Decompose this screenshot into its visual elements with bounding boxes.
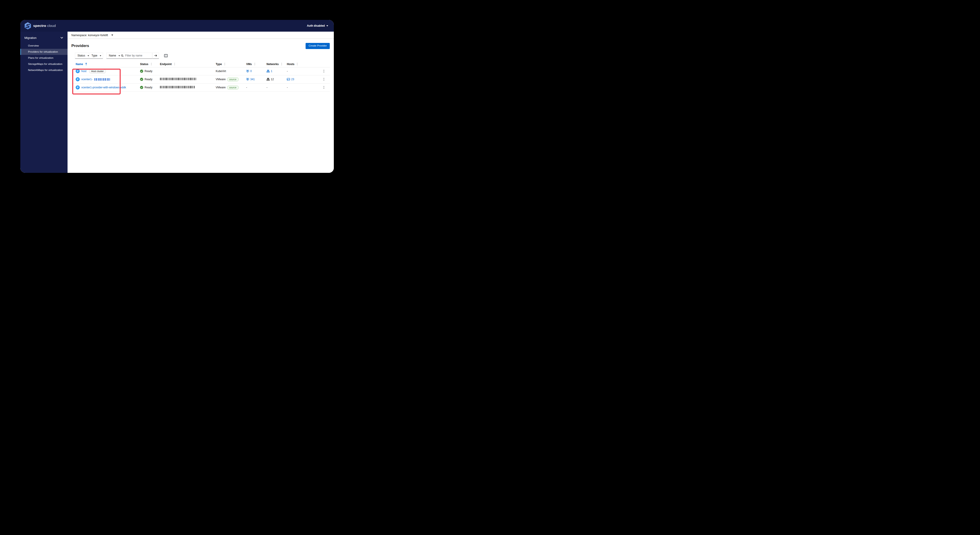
- sidebar-group-migration[interactable]: Migration: [20, 33, 68, 43]
- redacted-name-blur: [94, 78, 110, 81]
- sidebar-item-providers[interactable]: Providers for virtualization: [20, 49, 68, 55]
- page-title: Providers: [72, 44, 89, 48]
- sort-both-icon: [281, 62, 283, 65]
- network-icon: [267, 78, 270, 81]
- hosts-cell: -: [287, 70, 322, 73]
- apply-filter-button[interactable]: [152, 53, 159, 59]
- provider-name-link[interactable]: host: [81, 70, 86, 73]
- main-content: Namespace: konveyor-forklift Providers C…: [68, 32, 334, 173]
- namespace-label: Namespace: konveyor-forklift: [72, 33, 108, 37]
- provider-icon: P: [76, 69, 80, 73]
- create-provider-button[interactable]: Create Provider: [305, 43, 330, 49]
- namespace-selector[interactable]: Namespace: konveyor-forklift: [68, 32, 334, 39]
- brand-logo: spectro cloud: [24, 22, 56, 30]
- column-header-name[interactable]: Name: [72, 62, 140, 66]
- filter-toolbar: Status Type Name: [75, 53, 334, 59]
- manage-columns-button[interactable]: [164, 54, 168, 57]
- column-header-networks[interactable]: Networks: [267, 62, 287, 66]
- arrow-right-icon: [154, 54, 157, 57]
- chevron-down-icon: [326, 25, 328, 27]
- column-header-vms[interactable]: VMs: [246, 62, 267, 66]
- status-cell: Ready: [140, 86, 160, 89]
- vms-count-link[interactable]: 0: [246, 70, 267, 73]
- caret-down-icon: [88, 55, 89, 57]
- sidebar-item-overview[interactable]: Overview: [20, 43, 68, 49]
- app-window: spectro cloud Auth disabled Migration Ov…: [20, 20, 334, 173]
- source-badge: source: [227, 78, 239, 81]
- type-cell: VMware source: [216, 78, 246, 81]
- sort-both-icon: [150, 62, 152, 65]
- search-input[interactable]: [125, 54, 150, 57]
- source-badge: source: [227, 86, 239, 89]
- virtual-machine-icon: [246, 78, 249, 81]
- top-bar: spectro cloud Auth disabled: [20, 20, 334, 32]
- status-cell: Ready: [140, 78, 160, 81]
- networks-count: 12: [267, 78, 287, 81]
- redacted-endpoint-blur: [160, 86, 195, 88]
- brand-name: spectro cloud: [33, 24, 56, 28]
- networks-cell: -: [267, 86, 287, 89]
- column-header-status[interactable]: Status: [140, 62, 160, 66]
- status-cell: Ready: [140, 70, 160, 73]
- sidebar-item-storagemaps[interactable]: StorageMaps for virtualization: [20, 61, 68, 67]
- spectro-cloud-logo-icon: [24, 22, 31, 30]
- provider-icon: P: [76, 77, 80, 81]
- provider-icon: P: [76, 85, 80, 89]
- name-filter-dropdown[interactable]: Name: [107, 53, 119, 59]
- row-actions-kebab[interactable]: [322, 70, 326, 73]
- caret-down-icon: [100, 55, 101, 57]
- status-filter-dropdown[interactable]: Status: [75, 53, 89, 59]
- redacted-endpoint-blur: [160, 78, 196, 80]
- auth-menu[interactable]: Auth disabled: [307, 24, 328, 27]
- endpoint-cell: [160, 86, 216, 89]
- sort-ascending-icon: [85, 62, 87, 65]
- column-header-type[interactable]: Type: [216, 62, 246, 66]
- sort-both-icon: [224, 62, 226, 65]
- auth-label: Auth disabled: [307, 24, 325, 27]
- sidebar-item-plans[interactable]: Plans for virtualization: [20, 55, 68, 61]
- hosts-cell: -: [287, 86, 322, 89]
- provider-name-link[interactable]: vcenter1-provider-with-windows-vddk: [81, 86, 126, 89]
- column-header-hosts[interactable]: Hosts: [287, 62, 322, 66]
- caret-down-icon: [119, 55, 120, 57]
- row-actions-kebab[interactable]: [322, 86, 326, 89]
- provider-name-link[interactable]: vcenter1-: [81, 78, 92, 81]
- hosts-count-link[interactable]: 23: [287, 78, 322, 81]
- sort-both-icon: [174, 62, 175, 65]
- sort-both-icon: [296, 62, 298, 65]
- host-storage-icon: [287, 78, 290, 81]
- providers-table: Name Status Endpoint: [72, 62, 330, 92]
- check-circle-icon: [140, 86, 143, 89]
- caret-down-icon: [111, 35, 113, 37]
- vms-cell: -: [246, 86, 267, 89]
- sort-both-icon: [254, 62, 256, 65]
- type-cell: VMware source: [216, 86, 246, 89]
- virtual-machine-icon: [246, 70, 249, 73]
- sidebar-nav: Migration Overview Providers for virtual…: [20, 32, 68, 173]
- column-header-endpoint[interactable]: Endpoint: [160, 62, 216, 66]
- network-icon: [267, 70, 270, 73]
- check-circle-icon: [140, 78, 143, 81]
- search-icon: [121, 54, 124, 57]
- chevron-down-icon: [60, 37, 63, 39]
- table-header-row: Name Status Endpoint: [72, 62, 330, 67]
- host-cluster-badge: Host cluster: [89, 69, 106, 73]
- name-search-field: [119, 53, 152, 59]
- type-cell: KubeVirt: [216, 70, 246, 73]
- type-filter-dropdown[interactable]: Type: [89, 53, 103, 59]
- endpoint-cell: [160, 78, 216, 81]
- table-row: P host Host cluster Ready KubeVirt: [72, 67, 330, 75]
- check-circle-icon: [140, 70, 143, 73]
- row-actions-kebab[interactable]: [322, 78, 326, 81]
- sidebar-item-networkmaps[interactable]: NetworkMaps for virtualization: [20, 67, 68, 73]
- table-row: P vcenter1- Ready VMware sou: [72, 75, 330, 84]
- columns-icon: [164, 54, 168, 57]
- vms-count-link[interactable]: 341: [246, 78, 267, 81]
- networks-count-link[interactable]: 1: [267, 70, 287, 73]
- table-row: P vcenter1-provider-with-windows-vddk Re…: [72, 84, 330, 92]
